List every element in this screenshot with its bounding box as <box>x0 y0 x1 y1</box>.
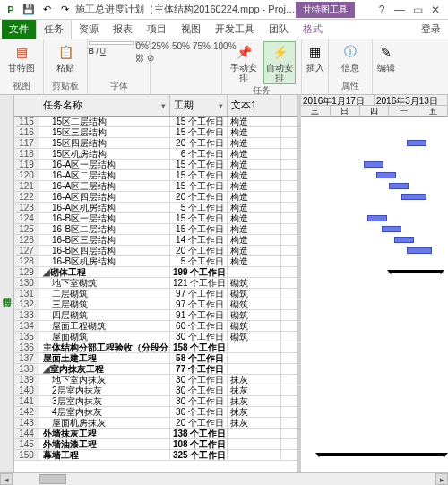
text1[interactable]: 构造 <box>228 224 281 234</box>
text1[interactable]: 构造 <box>228 127 281 137</box>
table-row[interactable]: 137屋面土建工程58 个工作日 <box>14 353 297 364</box>
table-row[interactable]: 12716-B区四层结构20 个工作日构造 <box>14 246 297 256</box>
text1[interactable] <box>228 364 281 374</box>
table-row[interactable]: 130地下室砌筑121 个工作日砌筑 <box>14 278 297 289</box>
text1[interactable]: 构造 <box>228 181 281 191</box>
task-name[interactable]: 屋面土建工程 <box>39 353 170 363</box>
task-name[interactable]: 16-A区机房结构 <box>39 203 170 212</box>
task-name[interactable]: 外墙油漆工程 <box>39 439 170 449</box>
text1[interactable]: 构造 <box>228 235 281 245</box>
tab-report[interactable]: 报表 <box>106 20 140 39</box>
duration[interactable]: 15 个工作日 <box>170 160 228 169</box>
text1[interactable] <box>228 342 281 352</box>
task-name[interactable]: 3层室内抹灰 <box>39 396 170 406</box>
gantt-body[interactable] <box>301 117 448 485</box>
duration[interactable]: 15 个工作日 <box>170 117 228 126</box>
task-name[interactable]: 屋面工程砌筑 <box>39 321 170 331</box>
task-name[interactable]: 2层室内抹灰 <box>39 385 170 395</box>
table-row[interactable]: 12616-B区三层结构14 个工作日构造 <box>14 235 297 246</box>
gantt-bar[interactable] <box>364 161 383 168</box>
task-name[interactable]: 主体结构分部工程验收（分段分层） <box>39 342 170 352</box>
duration[interactable]: 5 个工作日 <box>170 256 228 266</box>
task-name[interactable]: 16-A区三层结构 <box>39 181 170 191</box>
task-name[interactable]: 三层砌筑 <box>39 299 170 309</box>
duration[interactable]: 199 个工作日 <box>170 267 228 277</box>
text1[interactable] <box>228 450 281 460</box>
task-name[interactable]: 15区二层结构 <box>39 117 170 126</box>
text1[interactable]: 构造 <box>228 192 281 202</box>
tab-file[interactable]: 文件 <box>2 20 36 39</box>
task-name[interactable]: 16-B区一层结构 <box>39 213 170 223</box>
table-row[interactable]: 12216-A区四层结构20 个工作日构造 <box>14 192 297 203</box>
text1[interactable]: 构造 <box>228 160 281 169</box>
text1[interactable]: 砌筑 <box>228 321 281 331</box>
table-row[interactable]: 1402层室内抹灰30 个工作日抹灰 <box>14 385 297 396</box>
task-name[interactable]: 16-B区三层结构 <box>39 235 170 245</box>
summary-bar[interactable] <box>391 270 441 273</box>
table-row[interactable]: 134屋面工程砌筑60 个工作日砌筑 <box>14 321 297 332</box>
redo-icon[interactable]: ↷ <box>57 3 72 17</box>
task-name[interactable]: 16-A区二层结构 <box>39 170 170 180</box>
table-row[interactable]: 145外墙油漆工程108 个工作日 <box>14 439 297 450</box>
text1[interactable]: 构造 <box>228 203 281 212</box>
task-name[interactable]: 15区四层结构 <box>39 138 170 148</box>
text1[interactable]: 砌筑 <box>228 299 281 309</box>
underline-button[interactable]: U <box>100 47 107 56</box>
manual-schedule-button[interactable]: 📌 手动安排 <box>228 41 260 82</box>
text1[interactable]: 抹灰 <box>228 385 281 395</box>
text1[interactable] <box>228 429 281 438</box>
text1[interactable]: 砌筑 <box>228 310 281 320</box>
task-name[interactable]: 地下室内抹灰 <box>39 375 170 385</box>
duration[interactable]: 97 个工作日 <box>170 289 228 299</box>
col-name[interactable]: 任务名称▾ <box>39 95 170 116</box>
table-row[interactable]: 11715区四层结构20 个工作日构造 <box>14 138 297 149</box>
duration[interactable]: 5 个工作日 <box>170 203 228 212</box>
duration[interactable]: 30 个工作日 <box>170 375 228 385</box>
task-name[interactable]: 幕墙工程 <box>39 450 170 460</box>
task-name[interactable]: 四层砌筑 <box>39 310 170 320</box>
task-name[interactable]: 外墙抹灰工程 <box>39 429 170 438</box>
help-icon[interactable]: ? <box>373 2 391 18</box>
task-name[interactable]: 16-A区一层结构 <box>39 160 170 169</box>
tab-view[interactable]: 视图 <box>174 20 208 39</box>
gantt-scrollbar[interactable]: ◂ ▸ <box>301 472 448 485</box>
gantt-bar[interactable] <box>394 237 414 243</box>
task-name[interactable]: 16-B区二层结构 <box>39 224 170 234</box>
task-name[interactable]: 16-A区四层结构 <box>39 192 170 202</box>
gantt-bar[interactable] <box>389 183 409 189</box>
duration[interactable]: 15 个工作日 <box>170 170 228 180</box>
task-name[interactable]: 15区三层结构 <box>39 127 170 137</box>
login-button[interactable]: 登录 <box>416 20 446 39</box>
duration[interactable]: 30 个工作日 <box>170 407 228 417</box>
duration[interactable]: 6 个工作日 <box>170 149 228 159</box>
insert-button[interactable]: ▦插入 <box>299 41 332 73</box>
task-name[interactable]: 4层室内抹灰 <box>39 407 170 417</box>
maximize-icon[interactable]: ▭ <box>409 2 426 18</box>
task-name[interactable]: ◢砌体工程 <box>39 267 170 277</box>
duration[interactable]: 20 个工作日 <box>170 246 228 255</box>
duration[interactable]: 15 个工作日 <box>170 224 228 234</box>
tab-team[interactable]: 团队 <box>262 20 296 39</box>
duration[interactable]: 14 个工作日 <box>170 235 228 245</box>
dropdown-icon[interactable]: ▾ <box>161 101 166 110</box>
duration[interactable]: 15 个工作日 <box>170 213 228 223</box>
undo-icon[interactable]: ↶ <box>39 3 54 17</box>
table-row[interactable]: 139地下室内抹灰30 个工作日抹灰 <box>14 375 297 385</box>
text1[interactable] <box>228 353 281 363</box>
save-icon[interactable]: 💾 <box>22 3 36 17</box>
col-text1[interactable]: 文本1 <box>228 95 281 116</box>
duration[interactable]: 325 个工作日 <box>170 450 228 460</box>
gantt-bar[interactable] <box>376 172 396 178</box>
duration[interactable]: 97 个工作日 <box>170 299 228 309</box>
bold-button[interactable]: B <box>89 47 95 56</box>
duration[interactable]: 30 个工作日 <box>170 332 228 342</box>
grid-body[interactable]: 11515区二层结构15 个工作日构造11615区三层结构15 个工作日构造11… <box>14 117 297 485</box>
table-row[interactable]: 1413层室内抹灰30 个工作日抹灰 <box>14 396 297 407</box>
text1[interactable] <box>228 439 281 449</box>
table-row[interactable]: 1424层室内抹灰30 个工作日抹灰 <box>14 407 297 418</box>
table-row[interactable]: 12816-B区机房结构5 个工作日构造 <box>14 256 297 267</box>
paste-button[interactable]: 📋 粘贴 <box>49 41 82 73</box>
table-row[interactable]: 144外墙抹灰工程138 个工作日 <box>14 429 297 439</box>
tab-resource[interactable]: 资源 <box>72 20 106 39</box>
task-name[interactable]: 屋面机房抹灰 <box>39 418 170 428</box>
